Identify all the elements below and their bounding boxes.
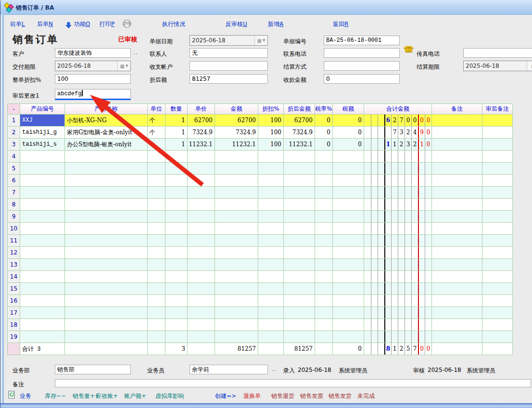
cell-rownum[interactable]: 2 [8,127,20,139]
cell-code[interactable] [20,163,65,175]
cell-taxrate[interactable] [315,163,333,175]
function-button[interactable]: 功能O [74,20,90,28]
cell-tax[interactable] [333,175,364,187]
cell-postremark[interactable] [482,175,513,187]
cell-taxrate[interactable] [315,295,333,307]
cell-taxrate[interactable]: 0 [315,127,333,139]
cell-price[interactable] [188,175,215,187]
cell-tax[interactable] [333,151,364,163]
cell-discount[interactable] [258,271,284,283]
bill-date-field[interactable]: 2025-06-18 ▦▼ [190,35,268,46]
cell-code[interactable] [20,211,65,223]
cell-discount[interactable] [258,259,284,271]
cell-taxrate[interactable] [315,223,333,235]
cell-code[interactable] [20,271,65,283]
cell-discount[interactable]: 100 [258,115,284,127]
cell-discount[interactable] [258,151,284,163]
cell-discounted[interactable] [284,163,315,175]
business-button[interactable]: 业务 [20,392,31,400]
cell-unit[interactable] [148,163,165,175]
add-new-button[interactable]: 新增A [268,20,283,28]
cell-amount[interactable] [215,187,258,199]
cell-name[interactable]: 办公S型电脑-银奥-onlyit [65,139,148,151]
cell-price[interactable]: 11232.1 [188,139,215,151]
cell-name[interactable] [65,319,148,331]
discounted-amount-input[interactable] [190,74,268,84]
cell-unit[interactable] [148,199,165,211]
print-button[interactable]: 打印P [100,20,114,28]
cell-name[interactable] [65,175,148,187]
receivable-button[interactable]: 应收账+ [96,392,118,400]
account-amount-button[interactable]: 账户额+ [124,392,146,400]
cell-remark[interactable] [432,331,482,343]
cell-amount[interactable] [215,307,258,319]
return-button[interactable]: 返回R [333,20,348,28]
cell-postremark[interactable] [482,163,513,175]
salesman-browse-button[interactable]: .. [272,366,277,372]
cell-taxrate[interactable] [315,331,333,343]
cell-tax[interactable] [333,187,364,199]
cell-tax[interactable] [333,247,364,259]
next-bill-button[interactable]: 后单N [37,20,53,28]
cell-postremark[interactable] [482,151,513,163]
cell-postremark[interactable] [482,283,513,295]
cell-remark[interactable] [432,271,482,283]
cell-postremark[interactable] [482,223,513,235]
cell-qty[interactable] [165,307,188,319]
cell-postremark[interactable] [482,247,513,259]
cell-amount[interactable] [215,283,258,295]
cell-discount[interactable] [258,283,284,295]
cell-rownum[interactable]: 17 [8,307,20,319]
cell-unit[interactable] [148,223,165,235]
cell-unit[interactable] [148,151,165,163]
cell-name[interactable] [65,235,148,247]
cell-code[interactable] [20,151,65,163]
cell-discount[interactable] [258,175,284,187]
cell-tax[interactable] [333,235,364,247]
cell-discounted[interactable] [284,211,315,223]
cell-postremark[interactable] [482,319,513,331]
bill-no-input[interactable] [324,36,400,45]
cell-unit[interactable] [148,235,165,247]
cell-name[interactable] [65,259,148,271]
cell-qty[interactable] [165,199,188,211]
cell-code[interactable] [20,187,65,199]
cell-price[interactable] [188,211,215,223]
cell-qty[interactable]: 1 [165,115,188,127]
cell-code[interactable] [20,235,65,247]
cell-discounted[interactable] [284,175,315,187]
cell-rownum[interactable]: 12 [8,247,20,259]
cell-discount[interactable] [258,187,284,199]
cell-name[interactable] [65,199,148,211]
cell-postremark[interactable] [482,259,513,271]
cell-tax[interactable] [333,223,364,235]
phone-icon[interactable]: ☎ [404,44,414,54]
cell-unit[interactable] [148,307,165,319]
cell-code[interactable] [20,247,65,259]
remark-input[interactable] [55,379,531,387]
cell-unit[interactable] [148,175,165,187]
cell-rownum[interactable]: 6 [8,175,20,187]
cell-name[interactable] [65,283,148,295]
cell-tax[interactable] [333,163,364,175]
virtual-stock-button[interactable]: 虚拟库影响 [155,392,184,400]
customer-browse-button[interactable]: .. [133,49,138,56]
execution-status-button[interactable]: 执行情况 [162,20,185,28]
cell-amount[interactable] [215,295,258,307]
cell-discount[interactable] [258,319,284,331]
cell-price[interactable] [188,319,215,331]
cell-remark[interactable] [432,199,482,211]
cell-remark[interactable] [432,283,482,295]
cell-amount[interactable] [215,331,258,343]
cell-discounted[interactable] [284,307,315,319]
cell-qty[interactable] [165,235,188,247]
calendar-dropdown-icon[interactable]: ▦ [527,61,532,71]
cell-postremark[interactable] [482,115,513,127]
cell-rownum[interactable]: 18 [8,319,20,331]
cell-tax[interactable]: 0 [333,139,364,151]
cell-postremark[interactable] [482,331,513,343]
cell-unit[interactable] [148,247,165,259]
cell-taxrate[interactable] [315,235,333,247]
calendar-dropdown-icon[interactable]: ▦▼ [254,36,267,45]
cell-name[interactable] [65,295,148,307]
